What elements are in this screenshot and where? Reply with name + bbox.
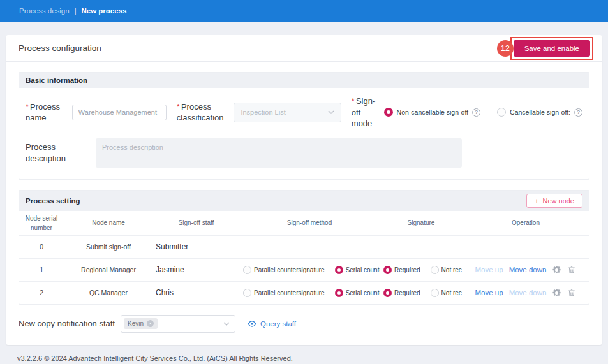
tag-close-icon[interactable]: × [147, 320, 154, 327]
non-cancellable-radio[interactable] [384, 108, 393, 117]
breadcrumb-new-process: New process [81, 7, 126, 15]
signature-required-radio[interactable] [383, 289, 392, 297]
required-mark: * [352, 96, 355, 106]
gear-icon[interactable] [552, 265, 561, 275]
process-setting-section: Process setting + New node Node serial n… [19, 190, 589, 305]
process-name-input[interactable] [72, 105, 167, 120]
serial-countersignature-radio[interactable] [335, 266, 343, 274]
annotation-highlight-box: Save and enable [510, 37, 593, 60]
move-up-link[interactable]: Move up [475, 266, 503, 273]
parallel-countersignature-radio[interactable] [243, 266, 251, 274]
new-node-button[interactable]: + New node [526, 194, 582, 208]
non-cancellable-label: Non-cancellable sign-off [397, 108, 468, 116]
column-operation: Operation [463, 215, 589, 230]
basic-info-row-1: *Process name *Process classification In… [19, 88, 589, 135]
cancellable-label: Cancellable sign-off: [510, 108, 570, 116]
node-serial: 2 [19, 289, 64, 296]
query-staff-link[interactable]: Query staff [247, 319, 296, 328]
footer-copyright: v3.2.2.6 © 2024 Advantech Intelligent Ci… [17, 354, 293, 362]
node-name: Submit sign-off [64, 243, 153, 251]
help-icon[interactable]: ? [472, 108, 480, 117]
node-name: QC Manager [64, 289, 153, 296]
breadcrumb-separator: | [75, 7, 77, 15]
trash-icon[interactable] [567, 265, 576, 274]
column-sign-off-staff: Sign-off staff [153, 215, 239, 230]
sign-off-mode-label: *Sign-off mode [352, 96, 378, 129]
trash-icon[interactable] [567, 288, 576, 297]
sign-off-method-cell: Parallel countersignature Serial counte [239, 266, 380, 274]
process-configuration-card: Process configuration 12 Save and enable… [6, 35, 602, 345]
process-setting-title: Process setting [26, 197, 80, 205]
basic-information-title: Basic information [26, 76, 87, 84]
required-mark: * [177, 102, 180, 112]
signature-not-required-radio[interactable] [431, 266, 439, 274]
sign-off-method-cell: Parallel countersignature Serial counte [239, 289, 380, 297]
move-up-link[interactable]: Move up [475, 289, 503, 296]
cancellable-radio[interactable] [497, 108, 506, 117]
required-mark: * [26, 102, 29, 112]
column-sign-off-method: Sign-off method [239, 215, 380, 230]
page-title: Process configuration [19, 43, 101, 53]
save-and-enable-button[interactable]: Save and enable [514, 40, 590, 57]
process-description-label: Process description [26, 142, 96, 164]
column-signature: Signature [380, 215, 463, 230]
chevron-down-icon [223, 322, 230, 326]
basic-information-header: Basic information [19, 73, 589, 88]
copy-notification-row: New copy notification staff Kevin × Quer… [6, 305, 602, 342]
copy-notification-label: New copy notification staff [19, 319, 121, 328]
table-row: 0 Submit sign-off Submitter [19, 235, 589, 258]
parallel-countersignature-radio[interactable] [243, 289, 251, 297]
eye-icon [247, 319, 257, 328]
copy-notification-select[interactable]: Kevin × [121, 315, 235, 333]
signature-not-required-radio[interactable] [431, 289, 439, 297]
signature-required-radio[interactable] [383, 266, 392, 274]
gear-icon[interactable] [552, 288, 561, 298]
bottom-divider [19, 342, 589, 342]
basic-info-row-2: Process description [19, 135, 589, 179]
card-header: Process configuration 12 Save and enable [6, 35, 602, 62]
table-row: 2 QC Manager Chris Parallel countersigna… [19, 281, 589, 304]
column-node-name: Node name [64, 215, 153, 230]
top-navigation-bar: Process design | New process [0, 0, 608, 22]
move-down-link[interactable]: Move down [509, 289, 547, 296]
node-name: Regional Manager [64, 266, 153, 273]
help-icon[interactable]: ? [574, 108, 582, 117]
process-name-label: *Process name [26, 101, 67, 124]
sign-off-staff: Submitter [153, 242, 239, 251]
table-row: 1 Regional Manager Jasmine Parallel coun… [19, 258, 589, 281]
plus-icon: + [535, 197, 538, 205]
table-header-row: Node serial number Node name Sign-off st… [19, 211, 589, 235]
chevron-down-icon [328, 110, 334, 114]
save-area: 12 Save and enable [497, 37, 593, 60]
signature-cell: Required Not rec [380, 289, 463, 297]
move-down-link[interactable]: Move down [509, 266, 547, 273]
process-setting-header: Process setting + New node [19, 191, 589, 211]
process-description-textarea[interactable] [96, 138, 462, 168]
serial-countersignature-radio[interactable] [335, 289, 343, 297]
node-serial: 1 [19, 266, 64, 273]
process-classification-label: *Process classification [177, 101, 229, 124]
sign-off-mode-option-non-cancellable: Non-cancellable sign-off ? [384, 108, 480, 117]
column-node-serial-number: Node serial number [19, 211, 64, 235]
sign-off-staff: Chris [153, 288, 239, 297]
operation-cell: Move up Move down [463, 288, 589, 298]
process-classification-value: Inspection List [241, 108, 285, 116]
basic-information-section: Basic information *Process name *Process… [19, 72, 589, 180]
staff-tag-kevin: Kevin × [124, 318, 158, 329]
signature-cell: Required Not rec [380, 266, 463, 274]
annotation-step-badge: 12 [497, 40, 514, 57]
node-serial: 0 [19, 243, 64, 251]
sign-off-mode-option-cancellable: Cancellable sign-off: ? [497, 108, 582, 117]
sign-off-staff: Jasmine [153, 265, 239, 274]
operation-cell: Move up Move down [463, 265, 589, 275]
process-classification-select[interactable]: Inspection List [234, 103, 341, 122]
breadcrumb-process-design[interactable]: Process design [19, 7, 70, 15]
